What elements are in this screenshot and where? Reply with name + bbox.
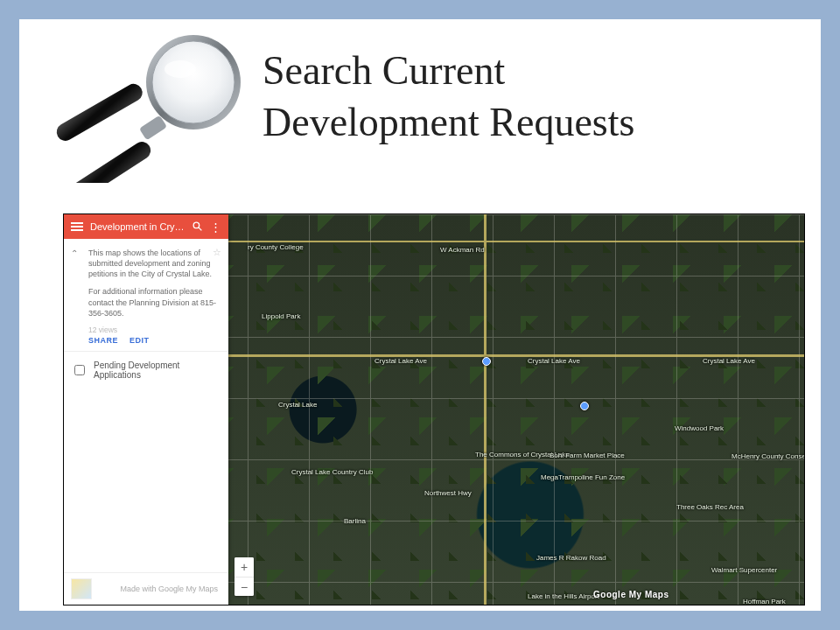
map-sidebar: Development in Crystal … ⋮ ⌃ ☆ This map …: [64, 214, 228, 605]
sidebar-footer: Made with Google My Maps: [64, 572, 228, 605]
poi-marker[interactable]: [482, 357, 491, 366]
attribution-text: Made with Google My Maps: [99, 584, 221, 593]
collapse-icon[interactable]: ⌃: [71, 248, 78, 260]
svg-point-7: [193, 222, 200, 228]
edit-button[interactable]: EDIT: [130, 336, 150, 345]
map-frame: ry County CollegeLippold ParkCrystal Lak…: [63, 214, 805, 606]
description-text-2: For additional information please contac…: [88, 286, 218, 318]
svg-rect-2: [139, 116, 167, 141]
page-title-line2: Development Requests: [262, 100, 634, 144]
magnifier-icon: [49, 30, 250, 183]
google-my-maps-logo: Google My Maps: [593, 590, 668, 599]
zoom-control: + −: [234, 557, 254, 596]
views-count: 12 views: [88, 326, 218, 335]
page-title: Search Current Development Requests: [262, 30, 634, 149]
map-title: Development in Crystal …: [90, 221, 185, 232]
zoom-in-button[interactable]: +: [234, 557, 254, 577]
zoom-out-button[interactable]: −: [234, 577, 254, 596]
sidebar-links: SHARE EDIT: [88, 335, 218, 346]
poi-marker[interactable]: [580, 402, 589, 410]
description-text-1: This map shows the locations of submitte…: [88, 248, 218, 279]
slide-border: Search Current Development Requests ry C…: [0, 0, 840, 630]
layer-row[interactable]: Pending Development Applications: [64, 352, 228, 388]
sidebar-description: ⌃ ☆ This map shows the locations of subm…: [64, 239, 228, 351]
search-icon[interactable]: [192, 220, 203, 234]
basemap-thumbnail[interactable]: [71, 578, 92, 599]
menu-icon[interactable]: [71, 222, 83, 231]
svg-rect-1: [49, 138, 154, 183]
slide-content: Search Current Development Requests ry C…: [19, 19, 821, 611]
svg-point-6: [164, 60, 196, 78]
page-title-line1: Search Current: [262, 48, 505, 93]
star-icon[interactable]: ☆: [213, 246, 221, 259]
heading-row: Search Current Development Requests: [49, 30, 791, 183]
layer-label: Pending Development Applications: [94, 360, 218, 380]
share-button[interactable]: SHARE: [88, 336, 118, 345]
layer-checkbox[interactable]: [74, 365, 85, 375]
sidebar-header: Development in Crystal … ⋮: [64, 214, 228, 239]
svg-line-8: [199, 228, 201, 230]
svg-rect-0: [53, 80, 145, 144]
more-icon[interactable]: ⋮: [210, 221, 221, 233]
